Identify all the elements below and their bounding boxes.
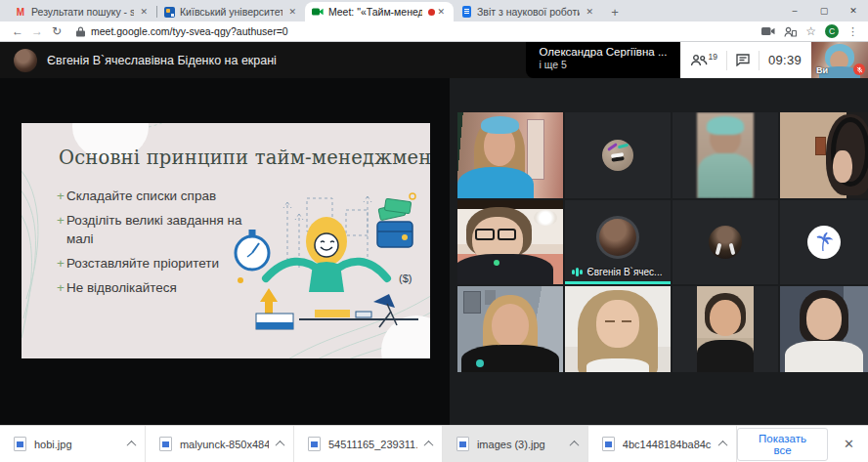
forward-icon[interactable]: → [27, 24, 47, 38]
meet-header-right: Олександра Сергіївна ... і ще 5 19 09:39… [526, 42, 868, 78]
participant-avatar-tile[interactable] [780, 200, 868, 284]
chat-icon[interactable] [736, 54, 750, 66]
divider [726, 51, 727, 70]
ceiling-lamp [534, 210, 557, 225]
participant-video[interactable] [780, 112, 868, 198]
hoodie-string [729, 243, 736, 256]
tab-title: Звіт з наукової роботи за 2020 [477, 6, 580, 18]
tab-university[interactable]: Київський університет імені Бор ✕ [156, 2, 305, 21]
tab-close-icon[interactable]: ✕ [286, 6, 298, 18]
people-count: 19 [708, 52, 716, 62]
participant-video[interactable] [457, 200, 563, 284]
close-downloads-bar-icon[interactable]: ✕ [844, 437, 854, 451]
download-filename: malyunck-850x484.jpg [180, 439, 269, 450]
download-item[interactable]: malyunck-850x484.jpg [146, 426, 294, 462]
profile-avatar[interactable]: C [825, 24, 839, 38]
participant-video[interactable] [565, 286, 671, 372]
palm-tree-icon [812, 231, 836, 254]
presentation-slide: Основні принципи тайм-менеджменту +Склад… [22, 123, 430, 358]
expand-icon[interactable] [423, 441, 433, 450]
wall-photos [463, 291, 480, 314]
mic-muted-icon [853, 63, 865, 75]
tab-gmail-search[interactable]: M Результати пошуку - s.kravets@ ✕ [8, 2, 156, 21]
show-all-downloads-button[interactable]: Показать все [737, 428, 828, 461]
address-bar: ← → ↻ meet.google.com/tyy-svea-qgy?authu… [0, 21, 868, 42]
window-controls: – ▢ ✕ [780, 0, 868, 21]
expand-icon[interactable] [275, 441, 284, 450]
image-file-icon [159, 437, 172, 451]
participant-tile-active-speaker[interactable]: Євгенія В`ячес... [565, 200, 671, 284]
docs-icon [460, 6, 472, 18]
active-speaker-label: Євгенія В`ячес... [572, 267, 662, 277]
expand-icon[interactable] [126, 441, 136, 450]
image-file-icon [308, 437, 321, 451]
expand-icon[interactable] [717, 441, 727, 450]
participant-avatar-tile[interactable] [565, 112, 671, 198]
chrome-menu-icon[interactable]: ⋮ [847, 25, 858, 38]
people-icon [690, 54, 708, 66]
people-button[interactable]: 19 [690, 54, 716, 66]
participant-camera-feed [697, 286, 754, 372]
download-item[interactable]: 54511165_239311....jpg [294, 426, 443, 462]
meet-top-bar: Євгенія В`ячеславівна Біденко на екрані … [0, 42, 868, 78]
participant-avatar-tile[interactable] [673, 200, 778, 284]
image-file-icon [14, 437, 26, 451]
necklace-dot [494, 260, 499, 266]
participants-grid: Євгенія В`ячес... [457, 112, 868, 372]
participant-camera-feed [780, 286, 868, 372]
paperclip-decor [611, 152, 624, 157]
participant-camera-feed [565, 286, 671, 372]
download-filename: 54511165_239311....jpg [328, 439, 417, 450]
headband [481, 116, 519, 134]
participants-summary[interactable]: Олександра Сергіївна ... і ще 5 [526, 42, 681, 78]
tab-meet-active[interactable]: Meet: "«Тайм-менеджмент ✕ [305, 2, 454, 21]
participant-video[interactable] [457, 112, 563, 198]
tab-report[interactable]: Звіт з наукової роботи за 2020 ✕ [454, 2, 602, 21]
participant-video[interactable] [673, 112, 778, 198]
meet-main-area: Основні принципи тайм-менеджменту +Склад… [0, 78, 868, 425]
face [833, 150, 852, 183]
reload-icon[interactable]: ↻ [47, 24, 66, 38]
download-filename: 4bc1448184ba84c....jpg [623, 439, 712, 450]
download-item[interactable]: images (3).jpg [443, 426, 588, 462]
gmail-icon: M [15, 6, 26, 18]
bookmark-star-icon[interactable]: ☆ [805, 24, 816, 38]
camera-icon[interactable] [761, 26, 775, 36]
hoodie-string [716, 243, 722, 256]
torso [697, 340, 754, 372]
new-tab-button[interactable]: + [602, 2, 628, 21]
download-item[interactable]: hobi.jpg [0, 426, 146, 462]
meet-info-panel: 19 09:39 [680, 42, 811, 78]
slide-illustration: ($) [231, 185, 422, 333]
paperclip-decor [607, 143, 618, 151]
avatar [709, 226, 742, 259]
maximize-button[interactable]: ▢ [809, 0, 839, 21]
self-view-video[interactable]: Ви [811, 42, 868, 78]
downloads-bar-actions: Показать все ✕ [737, 426, 868, 462]
self-label: Ви [816, 65, 828, 75]
avatar [807, 226, 841, 259]
participant-camera-feed [697, 112, 754, 198]
tab-share-icon[interactable] [784, 26, 797, 37]
face [492, 304, 530, 349]
tab-close-icon[interactable]: ✕ [435, 6, 447, 18]
window-close-button[interactable]: ✕ [839, 0, 868, 21]
recording-indicator-icon [428, 9, 435, 16]
download-item[interactable]: 4bc1448184ba84c....jpg [588, 426, 737, 462]
tab-close-icon[interactable]: ✕ [138, 6, 150, 18]
downloads-bar: hobi.jpg malyunck-850x484.jpg 54511165_2… [0, 425, 868, 462]
avatar [599, 219, 636, 256]
minimize-button[interactable]: – [780, 0, 809, 21]
url-input[interactable]: meet.google.com/tyy-svea-qgy?authuser=0 [66, 25, 761, 37]
participant-video[interactable] [457, 286, 563, 372]
avatar-ring [596, 216, 639, 259]
tab-close-icon[interactable]: ✕ [584, 6, 595, 18]
face [596, 300, 638, 348]
url-text: meet.google.com/tyy-svea-qgy?authuser=0 [91, 25, 288, 37]
slide-title: Основні принципи тайм-менеджменту [59, 147, 430, 169]
back-icon[interactable]: ← [8, 24, 27, 38]
expand-icon[interactable] [569, 441, 579, 450]
participant-video[interactable] [780, 286, 868, 372]
speaking-highlight [565, 281, 671, 284]
participant-video[interactable] [673, 286, 778, 372]
